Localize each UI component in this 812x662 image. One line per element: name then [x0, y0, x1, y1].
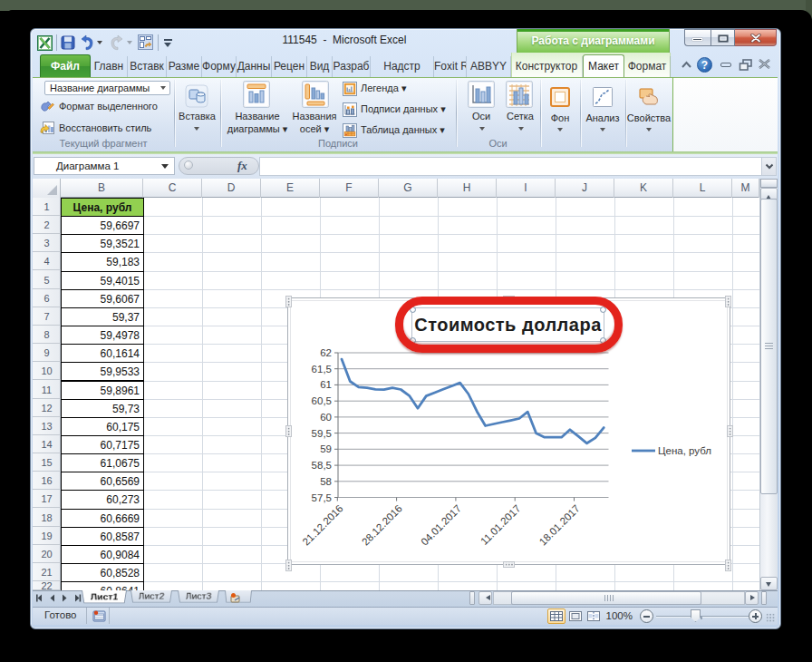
svg-text:61,5: 61,5 — [312, 364, 332, 375]
svg-text:18.01.2017: 18.01.2017 — [537, 502, 582, 547]
svg-text:60: 60 — [320, 412, 332, 423]
svg-text:59,5: 59,5 — [312, 428, 332, 439]
svg-text:28.12.2016: 28.12.2016 — [360, 502, 404, 547]
svg-text:11.01.2017: 11.01.2017 — [478, 502, 523, 547]
svg-text:60,5: 60,5 — [312, 395, 332, 406]
svg-text:57,5: 57,5 — [312, 492, 332, 503]
svg-text:62: 62 — [320, 347, 332, 358]
svg-text:04.01.2017: 04.01.2017 — [419, 502, 463, 547]
svg-text:21.12.2016: 21.12.2016 — [301, 502, 345, 547]
svg-text:58: 58 — [320, 476, 332, 487]
svg-text:58,5: 58,5 — [312, 460, 332, 471]
svg-text:61: 61 — [320, 379, 332, 390]
svg-text:Цена, рубл: Цена, рубл — [658, 445, 711, 456]
svg-text:59: 59 — [320, 443, 332, 454]
